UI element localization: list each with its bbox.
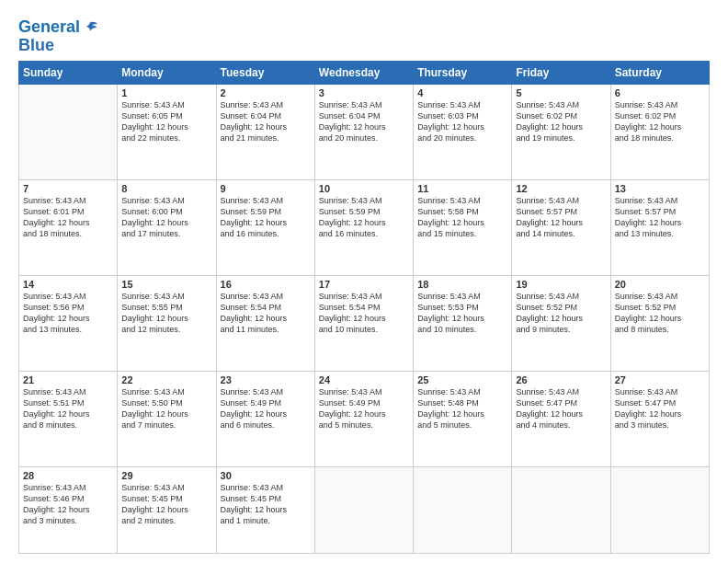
calendar-cell: 19Sunrise: 5:43 AM Sunset: 5:52 PM Dayli…	[512, 275, 610, 371]
calendar-cell: 6Sunrise: 5:43 AM Sunset: 6:02 PM Daylig…	[610, 84, 709, 179]
day-info: Sunrise: 5:43 AM Sunset: 5:47 PM Dayligh…	[615, 386, 705, 431]
day-info: Sunrise: 5:43 AM Sunset: 6:04 PM Dayligh…	[319, 99, 409, 144]
weekday-header-sunday: Sunday	[19, 61, 118, 84]
day-info: Sunrise: 5:43 AM Sunset: 5:53 PM Dayligh…	[417, 291, 507, 336]
day-info: Sunrise: 5:43 AM Sunset: 5:57 PM Dayligh…	[615, 195, 705, 240]
day-number: 14	[23, 279, 113, 290]
day-number: 25	[417, 374, 507, 385]
day-info: Sunrise: 5:43 AM Sunset: 6:03 PM Dayligh…	[417, 99, 507, 144]
day-number: 12	[516, 183, 606, 194]
day-number: 23	[221, 374, 311, 385]
calendar-cell: 7Sunrise: 5:43 AM Sunset: 6:01 PM Daylig…	[19, 179, 118, 275]
week-row-3: 14Sunrise: 5:43 AM Sunset: 5:56 PM Dayli…	[19, 275, 710, 371]
weekday-header-friday: Friday	[512, 61, 610, 84]
day-info: Sunrise: 5:43 AM Sunset: 5:52 PM Dayligh…	[516, 291, 606, 336]
calendar-cell: 5Sunrise: 5:43 AM Sunset: 6:02 PM Daylig…	[512, 84, 610, 179]
calendar-cell: 27Sunrise: 5:43 AM Sunset: 5:47 PM Dayli…	[610, 371, 709, 466]
day-number: 27	[615, 374, 705, 385]
day-info: Sunrise: 5:43 AM Sunset: 6:02 PM Dayligh…	[615, 99, 705, 144]
day-info: Sunrise: 5:43 AM Sunset: 5:58 PM Dayligh…	[417, 195, 507, 240]
calendar-cell: 10Sunrise: 5:43 AM Sunset: 5:59 PM Dayli…	[314, 179, 413, 275]
calendar-cell: 18Sunrise: 5:43 AM Sunset: 5:53 PM Dayli…	[414, 275, 512, 371]
day-info: Sunrise: 5:43 AM Sunset: 5:59 PM Dayligh…	[221, 195, 311, 240]
day-info: Sunrise: 5:43 AM Sunset: 5:49 PM Dayligh…	[221, 386, 311, 431]
calendar-cell: 29Sunrise: 5:43 AM Sunset: 5:45 PM Dayli…	[118, 467, 216, 554]
day-number: 3	[319, 87, 409, 98]
day-number: 15	[121, 279, 211, 290]
weekday-header-tuesday: Tuesday	[216, 61, 314, 84]
logo-bird-icon	[82, 19, 98, 36]
day-info: Sunrise: 5:43 AM Sunset: 5:45 PM Dayligh…	[121, 482, 211, 527]
calendar-cell: 15Sunrise: 5:43 AM Sunset: 5:55 PM Dayli…	[118, 275, 216, 371]
day-info: Sunrise: 5:43 AM Sunset: 5:59 PM Dayligh…	[319, 195, 409, 240]
day-number: 6	[615, 87, 705, 98]
weekday-header-monday: Monday	[118, 61, 216, 84]
calendar-cell: 22Sunrise: 5:43 AM Sunset: 5:50 PM Dayli…	[118, 371, 216, 466]
weekday-header-thursday: Thursday	[414, 61, 512, 84]
day-number: 5	[516, 87, 606, 98]
calendar-page: General Blue SundayMondayTuesdayWednesda…	[0, 0, 728, 563]
calendar-cell: 11Sunrise: 5:43 AM Sunset: 5:58 PM Dayli…	[414, 179, 512, 275]
calendar-cell: 21Sunrise: 5:43 AM Sunset: 5:51 PM Dayli…	[19, 371, 118, 466]
day-info: Sunrise: 5:43 AM Sunset: 5:49 PM Dayligh…	[319, 386, 409, 431]
day-info: Sunrise: 5:43 AM Sunset: 6:02 PM Dayligh…	[516, 99, 606, 144]
logo: General Blue	[18, 18, 98, 55]
day-info: Sunrise: 5:43 AM Sunset: 5:57 PM Dayligh…	[516, 195, 606, 240]
week-row-4: 21Sunrise: 5:43 AM Sunset: 5:51 PM Dayli…	[19, 371, 710, 466]
calendar-cell: 17Sunrise: 5:43 AM Sunset: 5:54 PM Dayli…	[314, 275, 413, 371]
day-info: Sunrise: 5:43 AM Sunset: 6:01 PM Dayligh…	[23, 195, 113, 240]
calendar-cell	[610, 467, 709, 554]
calendar-cell: 4Sunrise: 5:43 AM Sunset: 6:03 PM Daylig…	[414, 84, 512, 179]
day-number: 16	[221, 279, 311, 290]
calendar-cell: 20Sunrise: 5:43 AM Sunset: 5:52 PM Dayli…	[610, 275, 709, 371]
logo-text: General	[18, 18, 80, 37]
day-number: 19	[516, 279, 606, 290]
week-row-2: 7Sunrise: 5:43 AM Sunset: 6:01 PM Daylig…	[19, 179, 710, 275]
day-number: 17	[319, 279, 409, 290]
day-info: Sunrise: 5:43 AM Sunset: 6:05 PM Dayligh…	[121, 99, 211, 144]
day-info: Sunrise: 5:43 AM Sunset: 5:50 PM Dayligh…	[121, 386, 211, 431]
weekday-header-row: SundayMondayTuesdayWednesdayThursdayFrid…	[19, 61, 710, 84]
day-number: 24	[319, 374, 409, 385]
day-info: Sunrise: 5:43 AM Sunset: 5:56 PM Dayligh…	[23, 291, 113, 336]
day-number: 13	[615, 183, 705, 194]
calendar-cell: 13Sunrise: 5:43 AM Sunset: 5:57 PM Dayli…	[610, 179, 709, 275]
day-number: 2	[221, 87, 311, 98]
calendar-cell: 14Sunrise: 5:43 AM Sunset: 5:56 PM Dayli…	[19, 275, 118, 371]
calendar-cell	[512, 467, 610, 554]
day-info: Sunrise: 5:43 AM Sunset: 5:52 PM Dayligh…	[615, 291, 705, 336]
day-number: 22	[121, 374, 211, 385]
weekday-header-saturday: Saturday	[610, 61, 709, 84]
day-number: 29	[121, 470, 211, 481]
logo-text2: Blue	[18, 37, 98, 55]
calendar-cell: 16Sunrise: 5:43 AM Sunset: 5:54 PM Dayli…	[216, 275, 314, 371]
header: General Blue	[18, 15, 710, 55]
calendar-cell	[19, 84, 118, 179]
week-row-1: 1Sunrise: 5:43 AM Sunset: 6:05 PM Daylig…	[19, 84, 710, 179]
day-number: 8	[121, 183, 211, 194]
day-info: Sunrise: 5:43 AM Sunset: 5:54 PM Dayligh…	[319, 291, 409, 336]
day-number: 26	[516, 374, 606, 385]
day-info: Sunrise: 5:43 AM Sunset: 5:55 PM Dayligh…	[121, 291, 211, 336]
day-number: 11	[417, 183, 507, 194]
day-info: Sunrise: 5:43 AM Sunset: 5:48 PM Dayligh…	[417, 386, 507, 431]
calendar-cell: 2Sunrise: 5:43 AM Sunset: 6:04 PM Daylig…	[216, 84, 314, 179]
day-number: 10	[319, 183, 409, 194]
calendar-cell: 8Sunrise: 5:43 AM Sunset: 6:00 PM Daylig…	[118, 179, 216, 275]
calendar-table: SundayMondayTuesdayWednesdayThursdayFrid…	[18, 61, 710, 554]
calendar-cell	[414, 467, 512, 554]
calendar-cell: 28Sunrise: 5:43 AM Sunset: 5:46 PM Dayli…	[19, 467, 118, 554]
day-number: 20	[615, 279, 705, 290]
weekday-header-wednesday: Wednesday	[314, 61, 413, 84]
day-number: 4	[417, 87, 507, 98]
week-row-5: 28Sunrise: 5:43 AM Sunset: 5:46 PM Dayli…	[19, 467, 710, 554]
day-number: 9	[221, 183, 311, 194]
day-number: 30	[221, 470, 311, 481]
day-info: Sunrise: 5:43 AM Sunset: 5:46 PM Dayligh…	[23, 482, 113, 527]
day-number: 21	[23, 374, 113, 385]
calendar-cell: 1Sunrise: 5:43 AM Sunset: 6:05 PM Daylig…	[118, 84, 216, 179]
calendar-cell: 23Sunrise: 5:43 AM Sunset: 5:49 PM Dayli…	[216, 371, 314, 466]
day-number: 18	[417, 279, 507, 290]
calendar-cell	[314, 467, 413, 554]
calendar-cell: 26Sunrise: 5:43 AM Sunset: 5:47 PM Dayli…	[512, 371, 610, 466]
